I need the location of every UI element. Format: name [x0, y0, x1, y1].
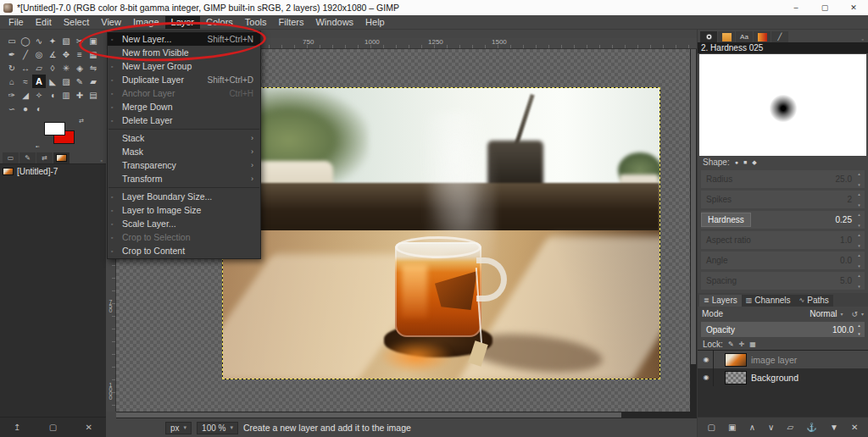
tab-screens[interactable]: ▭ [3, 152, 19, 163]
tool-crop[interactable]: ▦ [86, 47, 100, 61]
tool-clone[interactable]: ▥ [59, 88, 73, 102]
mode-switch-icon[interactable]: ↺ [851, 310, 858, 318]
tool-move[interactable]: ✥ [59, 47, 73, 61]
tab-paths[interactable]: ∿Paths [795, 295, 833, 307]
shape-square-icon[interactable]: ■ [743, 159, 747, 165]
shape-circle-icon[interactable]: ● [735, 159, 738, 165]
spinner[interactable]: ▴▾ [855, 212, 863, 228]
zoom-select[interactable]: 100 % ▾ [197, 422, 238, 434]
menu-windows[interactable]: Windows [309, 16, 359, 29]
merge-down-button[interactable]: ▼ [830, 423, 838, 432]
raise-layer-button[interactable]: ∧ [749, 423, 755, 432]
tool-mypaint-brush[interactable]: ✑ [5, 88, 19, 102]
lock-position-icon[interactable]: ✛ [739, 340, 745, 348]
spinner[interactable]: ▴▾ [855, 191, 863, 207]
tool-heal[interactable]: ✚ [73, 88, 86, 102]
spikes-slider[interactable]: Spikes 2 ▴▾ [701, 191, 865, 208]
tool-measure[interactable]: ∡ [46, 47, 59, 61]
tab-channels[interactable]: ▥Channels [742, 295, 795, 307]
horizontal-scrollbar-thumb[interactable] [116, 412, 621, 418]
visibility-eye-icon[interactable]: ◉ [699, 368, 714, 386]
vertical-scrollbar-thumb[interactable] [691, 49, 696, 364]
menu-colors[interactable]: Colors [200, 16, 239, 29]
spinner[interactable]: ▴▾ [855, 323, 863, 336]
tab-images[interactable] [53, 152, 70, 163]
menu-item-duplicate-layer[interactable]: ▫ Duplicate Layer Shift+Ctrl+D [108, 73, 260, 86]
menu-item-mask[interactable]: Mask › [108, 145, 260, 158]
menu-file[interactable]: File [3, 16, 30, 29]
menu-item-crop-to-selection[interactable]: ▫ Crop to Selection [108, 230, 260, 244]
tool-dodge-burn[interactable]: ◐ [32, 102, 46, 115]
angle-slider[interactable]: Angle 0.0 ▴▾ [701, 252, 865, 269]
tab-tool-preset[interactable]: ✎ [19, 152, 36, 163]
tool-text[interactable]: A [32, 75, 46, 88]
tool-ellipse-select[interactable]: ◯ [19, 34, 32, 47]
tool-cage-transform[interactable]: ⌂ [5, 75, 19, 88]
tool-flip[interactable]: ⇋ [86, 61, 100, 75]
tool-free-select[interactable]: ∿ [32, 34, 46, 47]
tab-gradients[interactable] [754, 31, 771, 42]
tool-fuzzy-select[interactable]: ✦ [46, 34, 59, 47]
unit-select[interactable]: px ▾ [165, 422, 192, 434]
tab-fonts[interactable]: Aa [736, 31, 753, 42]
raise-image-button[interactable]: ↥ [14, 423, 20, 432]
foreground-color-swatch[interactable] [44, 122, 65, 136]
layer-row-background[interactable]: ◉ Background [698, 368, 868, 386]
menu-item-new-layer-group[interactable]: ▫ New Layer Group [108, 59, 260, 73]
visibility-eye-icon[interactable]: ◉ [699, 351, 714, 368]
tool-perspective-clone[interactable]: ▤ [86, 88, 100, 102]
images-dialog-menu-button[interactable]: ▫ [101, 158, 104, 163]
tool-foreground-select[interactable]: ▣ [86, 34, 100, 47]
vertical-scrollbar[interactable] [690, 49, 697, 412]
tool-ink[interactable]: ◖ [46, 88, 59, 102]
tool-scale[interactable]: ↔ [19, 61, 32, 75]
menu-help[interactable]: Help [359, 16, 391, 29]
menu-item-crop-to-content[interactable]: ▫ Crop to Content [108, 244, 260, 257]
shape-diamond-icon[interactable]: ◆ [752, 159, 756, 166]
swap-colors-icon[interactable]: ⇄ [79, 118, 84, 124]
tab-layers[interactable]: ≣Layers [699, 295, 742, 307]
menu-edit[interactable]: Edit [30, 16, 58, 29]
menu-item-new-from-visible[interactable]: New from Visible [108, 46, 260, 59]
menu-view[interactable]: View [95, 16, 127, 29]
tool-rotate[interactable]: ↻ [5, 61, 19, 75]
default-colors-icon[interactable]: ▪▫ [36, 144, 39, 149]
tool-rectangle-select[interactable]: ▭ [5, 34, 19, 47]
menu-filters[interactable]: Filters [273, 16, 310, 29]
tool-gradient[interactable]: ▨ [59, 75, 73, 88]
menu-item-transparency[interactable]: Transparency › [108, 158, 260, 172]
new-layer-button[interactable]: ▢ [708, 423, 715, 432]
lock-alpha-icon[interactable]: ▦ [749, 340, 756, 348]
lower-layer-button[interactable]: ∨ [768, 423, 774, 432]
spinner[interactable]: ▴▾ [855, 252, 863, 268]
minimize-button[interactable]: – [782, 0, 810, 15]
menu-select[interactable]: Select [58, 16, 96, 29]
tool-paths[interactable]: ✒ [5, 47, 19, 61]
menu-item-layer-to-image-size[interactable]: ▫ Layer to Image Size [108, 203, 260, 217]
tool-select-by-color[interactable]: ▧ [59, 34, 73, 47]
tool-warp-transform[interactable]: ≈ [19, 75, 32, 88]
tool-scissors-select[interactable]: ✂ [73, 34, 86, 47]
tool-shear[interactable]: ▱ [32, 61, 46, 75]
tool-pencil[interactable]: ✎ [73, 75, 86, 88]
layer-row-image-layer[interactable]: ◉ image layer [698, 351, 868, 368]
anchor-layer-button[interactable]: ⚓ [806, 423, 816, 432]
new-display-button[interactable]: ▢ [49, 423, 57, 432]
menu-item-layer-boundary-size[interactable]: ▫ Layer Boundary Size... [108, 190, 260, 203]
menu-item-anchor-layer[interactable]: ▫ Anchor Layer Ctrl+H [108, 86, 260, 100]
tab-brushes[interactable] [700, 31, 717, 42]
hardness-slider[interactable]: Hardness 0.25 ▴▾ [701, 211, 865, 229]
menu-tools[interactable]: Tools [239, 16, 273, 29]
tool-eraser[interactable]: ◢ [19, 88, 32, 102]
new-layer-group-button[interactable]: ▣ [728, 423, 736, 432]
image-list-item[interactable]: [Untitled]-7 [0, 164, 106, 178]
close-button[interactable]: ✕ [839, 0, 868, 15]
chevron-down-icon[interactable]: ▾ [861, 311, 864, 317]
radius-slider[interactable]: Radius 25.0 ▴▾ [701, 170, 865, 188]
tab-brush-editor[interactable]: ╱ [771, 31, 788, 42]
tool-perspective[interactable]: ◊ [46, 61, 59, 75]
tool-unified-transform[interactable]: ✳ [59, 61, 73, 75]
tool-align[interactable]: ≡ [73, 47, 86, 61]
menu-item-transform[interactable]: Transform › [108, 172, 260, 185]
tool-blur-sharpen[interactable]: ● [19, 102, 32, 115]
